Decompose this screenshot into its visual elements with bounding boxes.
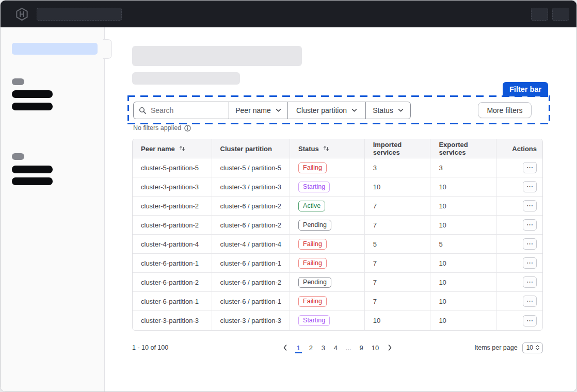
- cell-imported-services: 7: [364, 292, 430, 311]
- status-badge: Active: [298, 201, 325, 211]
- sidebar-section-label-skeleton: [12, 78, 24, 85]
- status-badge: Pending: [298, 277, 331, 288]
- table-row: cluster-6-partition-2cluster-6 / partiti…: [133, 197, 542, 216]
- row-actions-button[interactable]: ⋯: [523, 238, 537, 250]
- column-header-peer-name[interactable]: Peer name: [133, 139, 212, 158]
- row-actions-button[interactable]: ⋯: [523, 257, 537, 269]
- filters-status: No filters applied: [133, 124, 191, 132]
- cell-cluster-partition: cluster-3 / partition-3: [212, 177, 290, 197]
- cell-actions: ⋯: [496, 235, 542, 254]
- cell-cluster-partition: cluster-3 / partition-3: [212, 311, 290, 330]
- table-row: cluster-6-partition-2cluster-6 / partiti…: [133, 216, 542, 235]
- row-actions-button[interactable]: ⋯: [523, 162, 537, 173]
- hashicorp-logo-icon: [15, 7, 29, 21]
- status-badge: Starting: [298, 315, 330, 326]
- row-actions-button[interactable]: ⋯: [523, 200, 537, 211]
- annotation-badge: Filter bar: [503, 82, 548, 96]
- page-number[interactable]: 2: [308, 342, 314, 353]
- cell-peer-name: cluster-6-partition-2: [133, 197, 212, 216]
- more-filters-button[interactable]: More filters: [478, 102, 532, 118]
- pager: 1234...910: [281, 342, 394, 353]
- page-number[interactable]: 1: [295, 342, 302, 353]
- cell-actions: ⋯: [496, 197, 542, 216]
- sidebar-item-skeleton[interactable]: [12, 103, 53, 110]
- info-icon[interactable]: [184, 125, 191, 132]
- cell-actions: ⋯: [496, 216, 542, 235]
- table-row: cluster-3-partition-3cluster-3 / partiti…: [133, 311, 542, 330]
- cell-actions: ⋯: [496, 273, 542, 292]
- cell-cluster-partition: cluster-6 / partition-2: [212, 197, 290, 216]
- cell-peer-name: cluster-6-partition-2: [133, 273, 212, 292]
- chevron-down-icon: [351, 108, 357, 112]
- cell-actions: ⋯: [496, 311, 542, 330]
- page-number[interactable]: 10: [371, 342, 380, 353]
- nav-action-skeleton: [531, 8, 548, 21]
- cell-cluster-partition: cluster-6 / partition-1: [212, 292, 290, 311]
- cell-cluster-partition: cluster-4 / partition-4: [212, 235, 290, 254]
- peer-name-filter-dropdown[interactable]: Peer name: [229, 102, 287, 119]
- cell-peer-name: cluster-3-partition-3: [133, 177, 212, 197]
- sidebar: [1, 27, 105, 392]
- app-window: Filter bar Peer name Cluster partition: [0, 0, 577, 392]
- column-header-exported-services: Exported services: [430, 139, 496, 158]
- cell-cluster-partition: cluster-6 / partition-2: [212, 273, 290, 292]
- column-header-cluster-partition[interactable]: Cluster partition: [212, 139, 290, 158]
- row-actions-button[interactable]: ⋯: [523, 276, 537, 288]
- cell-cluster-partition: cluster-6 / partition-2: [212, 216, 290, 235]
- cell-cluster-partition: cluster-6 / partition-1: [212, 254, 290, 273]
- cell-exported-services: 10: [430, 216, 496, 235]
- chevron-right-icon[interactable]: [386, 345, 394, 351]
- nav-action-skeleton: [552, 8, 569, 21]
- cell-status: Active: [290, 197, 364, 216]
- cell-actions: ⋯: [496, 158, 542, 177]
- chevron-down-icon: [398, 108, 404, 112]
- cell-exported-services: 10: [430, 292, 496, 311]
- sidebar-item-skeleton[interactable]: [12, 177, 53, 185]
- table-header-row: Peer name Cluster partition: [133, 139, 542, 158]
- page-title-skeleton: [132, 46, 302, 66]
- cell-imported-services: 7: [364, 216, 430, 235]
- cell-peer-name: cluster-6-partition-1: [133, 254, 212, 273]
- sidebar-toggle-notch[interactable]: [103, 39, 112, 59]
- status-badge: Failing: [298, 296, 327, 307]
- filter-bar: Peer name Cluster partition Status: [133, 102, 411, 119]
- page-number[interactable]: 3: [320, 342, 327, 353]
- row-actions-button[interactable]: ⋯: [523, 181, 537, 192]
- cell-exported-services: 10: [430, 273, 496, 292]
- row-actions-button[interactable]: ⋯: [523, 219, 537, 231]
- sidebar-item-skeleton[interactable]: [12, 90, 53, 98]
- search-field[interactable]: [134, 102, 229, 119]
- chevron-left-icon[interactable]: [281, 345, 290, 351]
- row-actions-button[interactable]: ⋯: [523, 315, 537, 326]
- pagination-bar: 1 - 10 of 100 1234...910 Items per page …: [132, 340, 543, 355]
- cell-status: Starting: [290, 311, 364, 330]
- table-row: cluster-6-partition-1cluster-6 / partiti…: [133, 292, 542, 311]
- page-list: 1234...910: [295, 342, 380, 353]
- chevrons-up-down-icon: [535, 345, 540, 351]
- sort-icon: [179, 145, 185, 152]
- sidebar-active-item-skeleton[interactable]: [12, 43, 98, 55]
- status-filter-dropdown[interactable]: Status: [365, 102, 410, 119]
- status-badge: Failing: [298, 258, 327, 269]
- cell-imported-services: 7: [364, 197, 430, 216]
- cell-exported-services: 10: [430, 254, 496, 273]
- column-header-status[interactable]: Status: [290, 139, 364, 158]
- status-badge: Pending: [298, 220, 331, 231]
- items-per-page-select[interactable]: 10: [522, 342, 543, 353]
- cell-imported-services: 3: [364, 158, 430, 177]
- cell-imported-services: 5: [364, 235, 430, 254]
- peers-table: Peer name Cluster partition: [132, 139, 543, 331]
- search-input[interactable]: [151, 106, 223, 115]
- cluster-partition-filter-dropdown[interactable]: Cluster partition: [287, 102, 365, 119]
- cell-peer-name: cluster-3-partition-3: [133, 311, 212, 330]
- cell-cluster-partition: cluster-5 / partition-5: [212, 158, 290, 177]
- page-number[interactable]: 4: [332, 342, 339, 353]
- cell-status: Failing: [290, 158, 364, 177]
- page-ellipsis: ...: [345, 342, 352, 353]
- table-row: cluster-4-partition-4cluster-4 / partiti…: [133, 235, 542, 254]
- status-badge: Failing: [298, 239, 327, 250]
- page-number[interactable]: 9: [358, 342, 365, 353]
- row-actions-button[interactable]: ⋯: [523, 296, 537, 307]
- items-per-page: Items per page 10: [394, 342, 543, 353]
- sidebar-item-skeleton[interactable]: [12, 166, 53, 173]
